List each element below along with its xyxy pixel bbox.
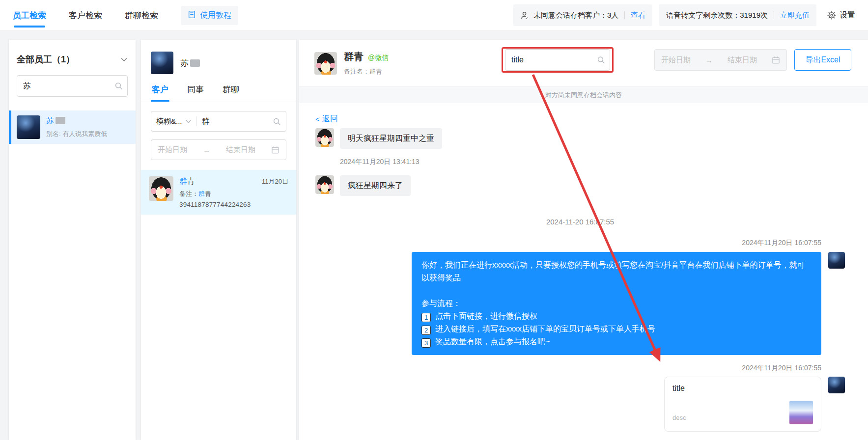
employee-group-title: 全部员工（1） (17, 54, 75, 65)
message-timestamp: 2024年11月20日 16:07:55 (315, 239, 845, 248)
bubble-step-3: 3奖品数量有限，点击参与报名吧~ (421, 335, 812, 348)
end-date-placeholder: 结束日期 (226, 145, 255, 155)
contact-keyword-input[interactable] (202, 117, 273, 126)
contact-name-rest: 青 (187, 177, 195, 185)
message-row-outgoing: title desc (315, 377, 845, 432)
divider (196, 116, 197, 126)
contact-last-date: 11月20日 (262, 177, 288, 186)
top-navigation-bar: 员工检索 客户检索 群聊检索 使用教程 未同意会话存档客户： 3人 查看 语音转… (0, 0, 868, 31)
tutorial-label: 使用教程 (200, 10, 231, 21)
message-bubble: 明天疯狂星期四重中之重 (340, 128, 442, 149)
employee-name: 苏 (180, 58, 189, 68)
message-row-outgoing: 你好，我们正在进行xxxxx活动，只要授权您的手机号或填写您在淘宝/抖音平台在我… (315, 252, 845, 355)
archive-consent-label: 未同意会话存档客户： (533, 11, 607, 20)
employee-info: 苏 别名: 有人说我素质低 (46, 116, 107, 138)
employee-group-header[interactable]: 全部员工（1） (9, 40, 136, 65)
date-range-arrow: → (705, 56, 713, 64)
back-button[interactable]: < 返回 (315, 114, 338, 124)
employee-search-input[interactable] (17, 75, 128, 97)
back-icon: < (315, 115, 320, 123)
bubble-blank-line (421, 284, 812, 297)
employee-list-item[interactable]: 苏 别名: 有人说我素质低 (9, 110, 136, 144)
sender-avatar (315, 128, 334, 147)
end-date-placeholder: 结束日期 (728, 55, 757, 65)
contact-name-highlight: 群 (179, 177, 187, 185)
employee-name: 苏 (46, 116, 54, 125)
message-search-input[interactable] (505, 49, 610, 71)
contact-filter-bar: 模糊&... (151, 111, 286, 132)
start-date-placeholder: 开始日期 (661, 55, 691, 65)
voice-credit-chip: 语音转文字剩余次数： 31919次 立即充值 (659, 4, 816, 26)
employee-avatar (151, 52, 173, 74)
contact-remark-label: 备注： (179, 190, 198, 197)
tutorial-button[interactable]: 使用教程 (181, 6, 238, 25)
message-bubble-outgoing: 你好，我们正在进行xxxxx活动，只要授权您的手机号或填写您在淘宝/抖音平台在我… (412, 252, 821, 355)
bubble-step-2: 2进入链接后，填写在xxxx店铺下单的宝贝订单号或下单人手机号 (421, 323, 812, 335)
message-date-range-picker[interactable]: 开始日期 → 结束日期 (654, 49, 787, 71)
contact-avatar (149, 176, 173, 201)
step-1-text: 点击下面链接，进行微信授权 (435, 312, 537, 320)
link-card-thumbnail (789, 401, 813, 424)
divider (624, 11, 625, 19)
person-archive-icon (520, 11, 530, 20)
step-2-badge: 2 (421, 326, 431, 335)
sender-avatar (315, 175, 334, 194)
settings-label: 设置 (840, 10, 855, 21)
topbar-right-cluster: 未同意会话存档客户： 3人 查看 语音转文字剩余次数： 31919次 立即充值 (513, 4, 855, 26)
archive-consent-count: 3人 (607, 11, 618, 20)
tab-groupchats[interactable]: 群聊 (223, 84, 239, 102)
relation-tabs: 客户 同事 群聊 (141, 84, 296, 102)
match-mode-value: 模糊&... (156, 117, 182, 126)
bubble-paragraph: 你好，我们正在进行xxxxx活动，只要授权您的手机号或填写您在淘宝/抖音平台在我… (421, 259, 812, 284)
tab-colleagues[interactable]: 同事 (187, 84, 204, 102)
chat-header: 群青 @微信 备注名：群青 开始日期 → 结束日期 导出Excel (299, 40, 868, 86)
contact-info: 群青 11月20日 备注：群青 3941187877744224263 (179, 176, 288, 208)
message-timestamp: 2024年11月20日 16:07:55 (315, 364, 845, 373)
step-3-text: 奖品数量有限，点击参与报名吧~ (435, 337, 550, 346)
chat-contact-channel: @微信 (368, 54, 389, 62)
bubble-paragraph: 参与流程： (421, 297, 812, 310)
tab-employee-search[interactable]: 员工检索 (13, 0, 46, 31)
export-excel-button[interactable]: 导出Excel (794, 49, 851, 71)
voice-credit-count: 31919次 (740, 11, 768, 20)
tab-customer-search[interactable]: 客户检索 (69, 0, 102, 31)
chevron-down-icon (185, 118, 192, 125)
contact-remark-rest: 青 (205, 190, 211, 197)
date-range-arrow: → (203, 146, 210, 154)
message-bubble: 疯狂星期四来了 (340, 175, 411, 196)
link-card-message[interactable]: title desc (664, 377, 821, 432)
chat-remark-label: 备注名： (344, 68, 369, 75)
message-row-incoming: 疯狂星期四来了 (315, 175, 845, 196)
archive-consent-chip: 未同意会话存档客户： 3人 查看 (513, 4, 652, 26)
match-mode-dropdown[interactable]: 模糊&... (156, 117, 192, 126)
gear-icon (827, 11, 836, 20)
redacted-name (190, 59, 200, 67)
contact-date-range-picker[interactable]: 开始日期 → 结束日期 (151, 139, 286, 160)
employee-alias: 别名: 有人说我素质低 (46, 130, 107, 138)
link-card-description: desc (672, 414, 686, 421)
tab-customers[interactable]: 客户 (152, 84, 168, 102)
step-2-text: 进入链接后，填写在xxxx店铺下单的宝贝订单号或下单人手机号 (435, 325, 655, 333)
chevron-down-icon[interactable] (120, 56, 128, 63)
employee-detail-panel: 苏 客户 同事 群聊 模糊&... 开始日期 → 结束日期 (141, 40, 296, 440)
start-date-placeholder: 开始日期 (158, 145, 187, 155)
employee-detail-header: 苏 (141, 40, 296, 74)
session-timestamp: 2024-11-20 16:07:55 (315, 218, 845, 226)
self-avatar (828, 252, 845, 269)
search-icon (597, 56, 605, 64)
link-card-title: title (672, 384, 813, 393)
view-link[interactable]: 查看 (631, 11, 645, 20)
recharge-link[interactable]: 立即充值 (780, 11, 810, 20)
back-label: 返回 (322, 114, 338, 124)
voice-credit-label: 语音转文字剩余次数： (666, 11, 740, 20)
settings-button[interactable]: 设置 (827, 10, 855, 21)
consent-banner: 对方尚未同意存档会话内容 (299, 86, 868, 103)
tab-groupchat-search[interactable]: 群聊检索 (125, 0, 158, 31)
employee-search (17, 75, 128, 97)
employee-sidebar: 全部员工（1） 苏 别名: 有人说我素质低 (9, 40, 136, 440)
contact-list-item[interactable]: 群青 11月20日 备注：群青 3941187877744224263 (141, 170, 296, 215)
step-3-badge: 3 (421, 338, 431, 348)
chat-contact-avatar (314, 52, 337, 75)
search-icon (273, 117, 281, 126)
notebook-icon (188, 10, 196, 21)
